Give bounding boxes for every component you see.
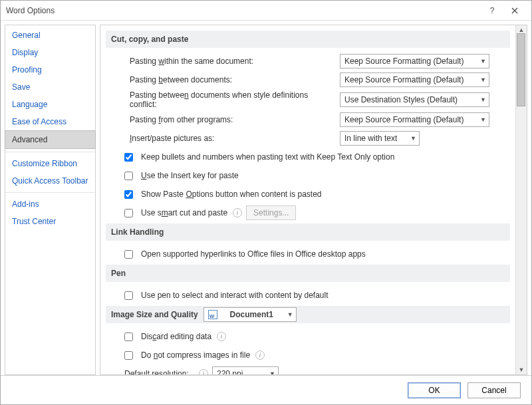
setting-use-insert-key: Use the Insert key for paste	[106, 168, 510, 184]
checkbox-use-insert-key[interactable]	[124, 172, 133, 180]
info-icon[interactable]: i	[199, 369, 208, 374]
section-image-size-quality: Image Size and Quality Document1▼	[106, 306, 510, 323]
info-icon[interactable]: i	[217, 332, 226, 341]
sidebar-item-ease-of-access[interactable]: Ease of Access	[5, 113, 95, 130]
checkbox-smart-cut-paste[interactable]	[124, 209, 133, 217]
checkbox-do-not-compress[interactable]	[124, 351, 133, 360]
help-button[interactable]: ?	[481, 1, 503, 20]
combo-image-document[interactable]: Document1▼	[203, 307, 297, 322]
label-default-resolution: Default resolution:	[124, 369, 194, 374]
main-area: General Display Proofing Save Language E…	[1, 21, 531, 375]
sidebar-item-quick-access-toolbar[interactable]: Quick Access Toolbar	[5, 172, 95, 190]
setting-smart-cut-paste: Use smart cut and paste i Settings...	[106, 205, 510, 221]
chevron-down-icon: ▼	[410, 135, 416, 142]
combo-pasting-within[interactable]: Keep Source Formatting (Default)▼	[340, 54, 489, 68]
sidebar-item-trust-center[interactable]: Trust Center	[5, 213, 95, 230]
label-discard-editing: Discard editing data	[141, 332, 211, 341]
sidebar-item-language[interactable]: Language	[5, 96, 95, 113]
label-pasting-other: Pasting from other programs:	[130, 115, 336, 124]
sidebar-item-customize-ribbon[interactable]: Customize Ribbon	[5, 155, 95, 172]
close-icon	[511, 7, 518, 14]
chevron-down-icon: ▼	[287, 311, 293, 318]
combo-insert-pictures[interactable]: In line with text▼	[340, 131, 420, 146]
section-pen: Pen	[106, 265, 510, 282]
label-show-paste-options: Show Paste Options button when content i…	[141, 190, 322, 199]
label-use-pen: Use pen to select and interact with cont…	[141, 291, 329, 300]
sidebar-item-advanced[interactable]: Advanced	[5, 130, 96, 149]
dialog-footer: OK Cancel	[1, 375, 531, 404]
content-panel: Cut, copy, and paste Pasting within the …	[100, 25, 527, 375]
checkbox-discard-editing[interactable]	[124, 333, 133, 341]
setting-open-hyperlinks: Open supported hyperlinks to Office file…	[106, 246, 510, 262]
chevron-down-icon: ▼	[269, 370, 275, 374]
setting-do-not-compress: Do not compress images in file i	[106, 347, 510, 363]
section-cut-copy-paste: Cut, copy, and paste	[106, 31, 510, 48]
settings-content: Cut, copy, and paste Pasting within the …	[100, 25, 515, 374]
chevron-down-icon: ▼	[480, 58, 486, 65]
setting-use-pen: Use pen to select and interact with cont…	[106, 287, 510, 303]
label-pasting-between-conflict: Pasting between documents when style def…	[130, 90, 336, 109]
combo-pasting-between-conflict[interactable]: Use Destination Styles (Default)▼	[340, 92, 489, 107]
label-insert-pictures: Insert/paste pictures as:	[130, 134, 336, 143]
word-options-dialog: Word Options ? General Display Proofing …	[0, 0, 532, 405]
setting-insert-pictures: Insert/paste pictures as: In line with t…	[106, 130, 510, 146]
combo-default-resolution[interactable]: 220 ppi▼	[212, 366, 279, 374]
window-title: Word Options	[6, 6, 481, 15]
sidebar-item-proofing[interactable]: Proofing	[5, 61, 95, 78]
label-do-not-compress: Do not compress images in file	[141, 350, 250, 360]
checkbox-keep-bullets[interactable]	[124, 153, 133, 162]
sidebar-item-general[interactable]: General	[5, 27, 95, 44]
chevron-down-icon: ▼	[480, 96, 486, 103]
setting-show-paste-options: Show Paste Options button when content i…	[106, 186, 510, 202]
setting-keep-bullets: Keep bullets and numbers when pasting te…	[106, 149, 510, 165]
checkbox-open-hyperlinks[interactable]	[124, 250, 133, 259]
checkbox-use-pen[interactable]	[124, 291, 133, 300]
setting-default-resolution: Default resolution: i 220 ppi▼	[106, 366, 510, 374]
combo-pasting-other[interactable]: Keep Source Formatting (Default)▼	[340, 112, 489, 127]
setting-pasting-within: Pasting within the same document: Keep S…	[106, 53, 510, 69]
sidebar-item-save[interactable]: Save	[5, 78, 95, 96]
titlebar: Word Options ?	[1, 1, 531, 21]
setting-pasting-other: Pasting from other programs: Keep Source…	[106, 112, 510, 128]
scroll-thumb[interactable]	[517, 33, 525, 106]
label-keep-bullets: Keep bullets and numbers when pasting te…	[141, 152, 394, 162]
setting-discard-editing: Discard editing data i	[106, 329, 510, 344]
label-pasting-within: Pasting within the same document:	[130, 57, 336, 66]
label-use-insert-key: Use the Insert key for paste	[141, 171, 239, 180]
settings-button: Settings...	[246, 205, 296, 220]
sidebar-item-addins[interactable]: Add-ins	[5, 196, 95, 213]
sidebar-item-display[interactable]: Display	[5, 44, 95, 61]
chevron-down-icon: ▼	[480, 116, 486, 123]
category-sidebar: General Display Proofing Save Language E…	[5, 25, 96, 375]
chevron-down-icon: ▼	[480, 76, 486, 83]
info-icon[interactable]: i	[233, 208, 242, 217]
close-button[interactable]	[503, 1, 526, 20]
ok-button[interactable]: OK	[408, 382, 461, 398]
cancel-button[interactable]: Cancel	[467, 382, 521, 398]
label-pasting-between: Pasting between documents:	[130, 75, 336, 84]
section-title-image-size-quality: Image Size and Quality	[111, 310, 198, 319]
label-smart-cut-paste: Use smart cut and paste	[141, 208, 227, 217]
setting-pasting-between-conflict: Pasting between documents when style def…	[106, 90, 510, 109]
document-icon	[208, 310, 217, 319]
checkbox-show-paste-options[interactable]	[124, 190, 133, 199]
info-icon[interactable]: i	[255, 350, 265, 360]
combo-pasting-between[interactable]: Keep Source Formatting (Default)▼	[340, 72, 489, 87]
label-open-hyperlinks: Open supported hyperlinks to Office file…	[141, 249, 366, 259]
sidebar-separator	[5, 192, 95, 193]
sidebar-separator	[5, 152, 95, 152]
section-link-handling: Link Handling	[106, 223, 510, 241]
setting-pasting-between: Pasting between documents: Keep Source F…	[106, 72, 510, 88]
scrollbar[interactable]: ▲ ▼	[515, 25, 527, 374]
scroll-down-arrow[interactable]: ▼	[516, 365, 527, 374]
